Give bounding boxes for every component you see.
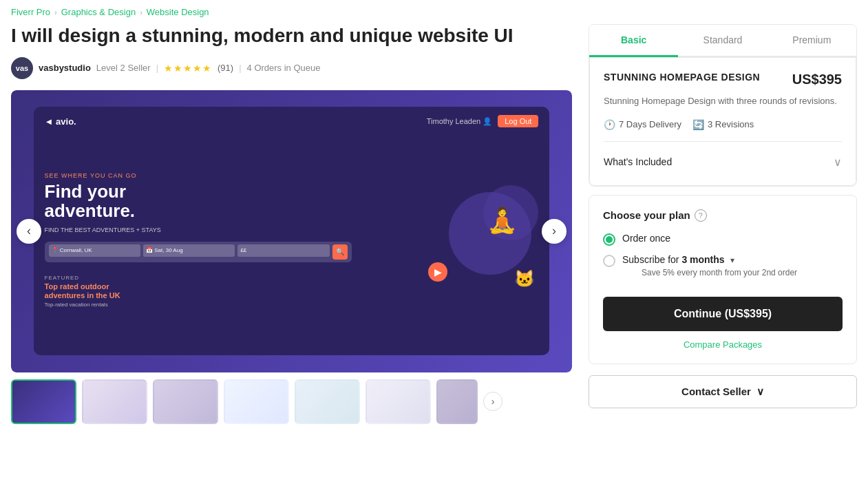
- package-price: US$395: [792, 72, 842, 87]
- breadcrumb-sep-1: ›: [54, 8, 57, 17]
- mockup-tagline: SEE WHERE YOU CAN GO: [45, 172, 429, 179]
- subscribe-option[interactable]: Subscribe for 3 months ▾ Save 5% every m…: [603, 254, 843, 277]
- prev-image-button[interactable]: ‹: [17, 219, 41, 244]
- order-once-radio[interactable]: [603, 233, 615, 246]
- left-panel: I will design a stunning, modern and uni…: [11, 24, 572, 424]
- seller-level: Level 2 Seller: [96, 63, 151, 73]
- image-placeholder: ◄ avio. Timothy Leaden 👤 Log Out SEE WHE…: [11, 90, 572, 372]
- thumbnail-1[interactable]: [11, 379, 76, 424]
- breadcrumb: Fiverr Pro › Graphics & Design › Website…: [0, 0, 868, 24]
- revisions-detail: 🔄 3 Revisions: [692, 119, 754, 130]
- seller-row: vas vasbystudio Level 2 Seller | ★★★★★ (…: [11, 57, 572, 79]
- tab-standard[interactable]: Standard: [678, 25, 767, 57]
- thumbnail-next-button[interactable]: ›: [483, 392, 502, 411]
- clock-icon: 🕐: [604, 119, 615, 130]
- page-title: I will design a stunning, modern and uni…: [11, 24, 572, 48]
- breadcrumb-current: Website Design: [147, 7, 209, 17]
- subscribe-label-prefix: Subscribe for: [622, 254, 679, 265]
- choose-plan-section: Choose your plan ? Order once Subscribe …: [589, 195, 857, 364]
- mockup-logout-btn[interactable]: Log Out: [498, 115, 538, 127]
- mockup-logo: ◄ avio.: [45, 116, 76, 127]
- mockup-nav-user: Timothy Leaden 👤: [427, 117, 493, 126]
- contact-seller-button[interactable]: Contact Seller ∨: [589, 375, 857, 408]
- tab-premium[interactable]: Premium: [768, 25, 856, 57]
- mockup-sub: FIND THE BEST ADVENTURES + STAYS: [45, 227, 429, 233]
- continue-button[interactable]: Continue (US$395): [603, 297, 843, 331]
- thumbnail-4[interactable]: [224, 379, 289, 424]
- subscribe-label-container: Subscribe for 3 months ▾ Save 5% every m…: [622, 254, 797, 277]
- next-image-button[interactable]: ›: [542, 219, 567, 244]
- right-panel: Basic Standard Premium STUNNING HOMEPAGE…: [589, 24, 857, 424]
- contact-seller-label: Contact Seller: [681, 386, 751, 397]
- package-header: STUNNING HOMEPAGE DESIGN US$395: [604, 72, 842, 87]
- whats-included-label: What's Included: [604, 156, 672, 167]
- mockup-featured-title: Top rated outdooradventures in the UK: [45, 282, 429, 300]
- thumbnail-5[interactable]: [295, 379, 360, 424]
- tab-basic[interactable]: Basic: [589, 25, 678, 57]
- seller-name[interactable]: vasbystudio: [39, 63, 91, 73]
- revisions-label: 3 Revisions: [708, 119, 754, 129]
- contact-seller-arrow: ∨: [756, 386, 764, 398]
- subscribe-label-bold: 3 months: [681, 254, 724, 265]
- mockup-search-button[interactable]: 🔍: [332, 244, 348, 260]
- whats-included-row[interactable]: What's Included ∨: [604, 153, 842, 171]
- breadcrumb-sep-2: ›: [140, 8, 142, 17]
- refresh-icon: 🔄: [692, 119, 704, 130]
- mockup-featured-desc: Top-rated vacation rentals: [45, 302, 429, 308]
- avatar: vas: [11, 57, 33, 79]
- mockup-featured: FEATURED Top rated outdooradventures in …: [45, 275, 429, 308]
- subscribe-dropdown-arrow[interactable]: ▾: [730, 255, 734, 265]
- breadcrumb-graphics-design[interactable]: Graphics & Design: [61, 7, 136, 17]
- mockup-search: 📍 Cornwall, UK 📅 Sat, 30 Aug ££ 🔍: [45, 242, 352, 262]
- plan-title-row: Choose your plan ?: [603, 209, 843, 222]
- order-once-label: Order once: [622, 233, 670, 244]
- mockup-hero: SEE WHERE YOU CAN GO Find youradventure.…: [45, 133, 539, 347]
- image-inner: ◄ avio. Timothy Leaden 👤 Log Out SEE WHE…: [34, 107, 550, 355]
- mockup-text-area: SEE WHERE YOU CAN GO Find youradventure.…: [45, 172, 429, 308]
- order-once-option[interactable]: Order once: [603, 233, 843, 246]
- divider: [604, 141, 842, 142]
- save-text: Save 5% every month from your 2nd order: [642, 268, 797, 277]
- rating-count: (91): [218, 63, 233, 73]
- mockup-headline: Find youradventure.: [45, 182, 429, 221]
- help-icon[interactable]: ?: [695, 209, 707, 222]
- radio-inner: [606, 236, 613, 243]
- package-card: STUNNING HOMEPAGE DESIGN US$395 Stunning…: [589, 57, 856, 186]
- mockup-illustration: 🧘 🐱 ▶: [428, 185, 538, 295]
- orders-queue: 4 Orders in Queue: [247, 63, 321, 73]
- subscribe-radio[interactable]: [603, 255, 615, 267]
- illus-figure: 🧘: [487, 206, 518, 235]
- package-panel: Basic Standard Premium STUNNING HOMEPAGE…: [589, 24, 857, 187]
- delivery-label: 7 Days Delivery: [619, 119, 681, 129]
- thumbnail-2[interactable]: [82, 379, 147, 424]
- thumbnail-7[interactable]: [436, 379, 478, 424]
- mockup-featured-label: FEATURED: [45, 275, 429, 281]
- package-description: Stunning Homepage Design with three roun…: [604, 94, 842, 108]
- stars: ★★★★★: [164, 63, 212, 74]
- plan-title: Choose your plan: [603, 209, 690, 221]
- breadcrumb-fiverr-pro[interactable]: Fiverr Pro: [11, 7, 50, 17]
- thumbnail-6[interactable]: [366, 379, 431, 424]
- thumbnail-3[interactable]: [153, 379, 218, 424]
- mockup-search-date: 📅 Sat, 30 Aug: [143, 244, 235, 257]
- tabs-container: Basic Standard Premium: [589, 25, 856, 57]
- mockup-next-btn[interactable]: ▶: [428, 262, 447, 282]
- tabs-row: Basic Standard Premium: [589, 25, 856, 57]
- package-details: 🕐 7 Days Delivery 🔄 3 Revisions: [604, 119, 842, 130]
- chevron-down-icon: ∨: [834, 156, 842, 169]
- compare-packages-link[interactable]: Compare Packages: [603, 339, 843, 350]
- thumbnail-strip: ›: [11, 379, 572, 424]
- delivery-detail: 🕐 7 Days Delivery: [604, 119, 681, 130]
- mockup-search-price: ££: [237, 244, 329, 257]
- package-name: STUNNING HOMEPAGE DESIGN: [604, 72, 760, 83]
- main-image-container: ‹ ◄ avio. Timothy Leaden 👤 Log Out SEE W…: [11, 90, 572, 372]
- mockup-nav: ◄ avio. Timothy Leaden 👤 Log Out: [45, 115, 539, 127]
- illus-cat: 🐱: [514, 269, 535, 288]
- mockup-search-dest: 📍 Cornwall, UK: [49, 244, 140, 257]
